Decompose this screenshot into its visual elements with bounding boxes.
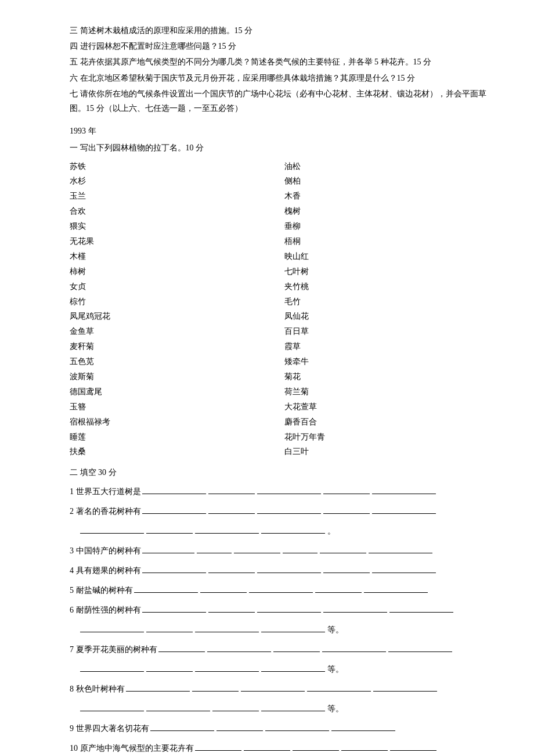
fill-blank[interactable]: [322, 651, 386, 652]
header-questions: 三 简述树木栽植成活的原理和应采用的措施。15 分 四 进行园林恕不配置时应注意…: [70, 23, 488, 116]
fill-item-8: 8 秋色叶树种有: [70, 681, 488, 697]
fill-blank[interactable]: [217, 730, 263, 731]
fill-blank[interactable]: [234, 553, 280, 553]
fill-blank[interactable]: [244, 750, 290, 751]
list-item: 槐树: [284, 204, 488, 219]
question-6: 六 在北京地区希望秋菊于国庆节及元月份开花，应采用哪些具体栽培措施？其原理是什么…: [70, 71, 488, 85]
fill-blank[interactable]: [142, 612, 206, 613]
list-item: 花叶万年青: [284, 430, 488, 445]
fill-item-4: 4 具有翅果的树种有: [70, 563, 488, 579]
list-item: 大花萱草: [284, 399, 488, 415]
fill-blank[interactable]: [390, 750, 436, 751]
fill-blank[interactable]: [320, 553, 366, 553]
fill-blank[interactable]: [323, 612, 387, 613]
fill-blank[interactable]: [134, 592, 198, 593]
list-item: 女贞: [70, 279, 273, 294]
fill-item-10: 10 原产地中海气候型的主要花卉有: [70, 740, 488, 757]
fill-blank[interactable]: [142, 494, 206, 494]
fill-blank[interactable]: [241, 691, 305, 692]
list-item: 柿树: [70, 264, 273, 279]
fill-blank[interactable]: [257, 513, 321, 514]
fill-blank[interactable]: [283, 553, 317, 553]
fill-blank[interactable]: [249, 592, 313, 593]
fill-blank[interactable]: [323, 494, 370, 494]
fill-blank[interactable]: [388, 651, 452, 652]
fill-text: 原产地中海气候型的主要花卉有: [80, 744, 194, 753]
fill-blank[interactable]: [364, 592, 428, 593]
fill-num: 8: [70, 685, 76, 693]
fill-blank[interactable]: [273, 651, 320, 652]
fill-blank[interactable]: [257, 573, 321, 573]
list-item: 睡莲: [70, 430, 273, 445]
fill-blank[interactable]: [261, 533, 325, 534]
fill-blank[interactable]: [307, 691, 371, 692]
fill-blank[interactable]: [146, 671, 193, 672]
fill-num: 9: [70, 724, 76, 733]
fill-blank[interactable]: [257, 612, 321, 613]
fill-blank[interactable]: [80, 533, 144, 534]
fill-blank[interactable]: [142, 513, 206, 514]
fill-blank[interactable]: [212, 711, 259, 711]
list-item: 玉簪: [70, 399, 273, 415]
fill-blank[interactable]: [200, 592, 247, 593]
fill-blank[interactable]: [195, 533, 259, 534]
list-item: 油松: [284, 159, 488, 174]
fill-blank[interactable]: [146, 711, 210, 711]
fill-num: 3: [70, 546, 76, 555]
fill-blank[interactable]: [323, 573, 370, 573]
fill-item-2-cont: 。: [70, 523, 488, 539]
fill-blank[interactable]: [208, 513, 255, 514]
fill-blank[interactable]: [80, 632, 144, 632]
fill-blank[interactable]: [372, 573, 436, 573]
fill-blank[interactable]: [323, 513, 370, 514]
fill-blank[interactable]: [261, 632, 325, 632]
fill-blank[interactable]: [158, 651, 205, 652]
list-item: 侧柏: [284, 174, 488, 189]
list-item: 五色苋: [70, 354, 273, 369]
fill-blank[interactable]: [331, 730, 395, 731]
plants-left-col: 苏铁 水杉 玉兰 合欢 猥实 无花果 木槿 柿树 女贞 棕竹 凤尾鸡冠花 金鱼草…: [70, 159, 273, 460]
fill-blank[interactable]: [261, 671, 325, 672]
fill-blank[interactable]: [293, 750, 339, 751]
fill-blank[interactable]: [341, 750, 388, 751]
fill-blank[interactable]: [257, 494, 321, 494]
list-item: 德国鸢尾: [70, 384, 273, 399]
fill-blank[interactable]: [208, 612, 255, 613]
fill-blank[interactable]: [150, 730, 214, 731]
fill-text: 中国特产的树种有: [76, 546, 141, 555]
list-item: 无花果: [70, 234, 273, 249]
fill-blank[interactable]: [195, 750, 241, 751]
fill-blank[interactable]: [192, 691, 239, 692]
fill-blank[interactable]: [208, 494, 255, 494]
fill-blank[interactable]: [80, 671, 144, 672]
fill-blank[interactable]: [146, 632, 193, 632]
fill-blank[interactable]: [195, 632, 259, 632]
fill-blank[interactable]: [142, 553, 194, 553]
list-item: 垂柳: [284, 219, 488, 234]
fill-blank[interactable]: [315, 592, 362, 593]
list-item: 毛竹: [284, 294, 488, 309]
fill-item-1: 1 世界五大行道树是: [70, 484, 488, 500]
fill-blank[interactable]: [80, 711, 144, 711]
fill-num: 5: [70, 586, 76, 595]
fill-blank[interactable]: [372, 513, 436, 514]
fill-blank[interactable]: [142, 573, 206, 573]
page-content: 三 简述树木栽植成活的原理和应采用的措施。15 分 四 进行园林恕不配置时应注意…: [70, 23, 488, 756]
fill-blank[interactable]: [146, 533, 193, 534]
part-two: 二 填空 30 分 1 世界五大行道树是 2 著名的香花树种有 。 3 中国特产…: [70, 465, 488, 756]
fill-blank[interactable]: [265, 730, 329, 731]
year-label: 1993 年: [70, 124, 488, 138]
fill-blank[interactable]: [195, 671, 259, 672]
fill-blank[interactable]: [373, 691, 437, 692]
fill-text: 夏季开花美丽的树种有: [76, 645, 157, 654]
fill-blank[interactable]: [207, 651, 271, 652]
fill-blank[interactable]: [126, 691, 190, 692]
fill-blank[interactable]: [261, 711, 325, 711]
fill-blank[interactable]: [208, 573, 255, 573]
fill-blank[interactable]: [369, 553, 432, 553]
question-7: 七 请依你所在地的气候条件设置出一个国庆节的广场中心花坛（必有中心花材、主体花材…: [70, 87, 488, 116]
fill-blank[interactable]: [389, 612, 453, 613]
question-5: 五 花卉依据其原产地气候类型的不同分为哪几类？简述各类气候的主要特征，并各举 5…: [70, 55, 488, 69]
fill-blank[interactable]: [197, 553, 232, 553]
fill-blank[interactable]: [372, 494, 436, 494]
